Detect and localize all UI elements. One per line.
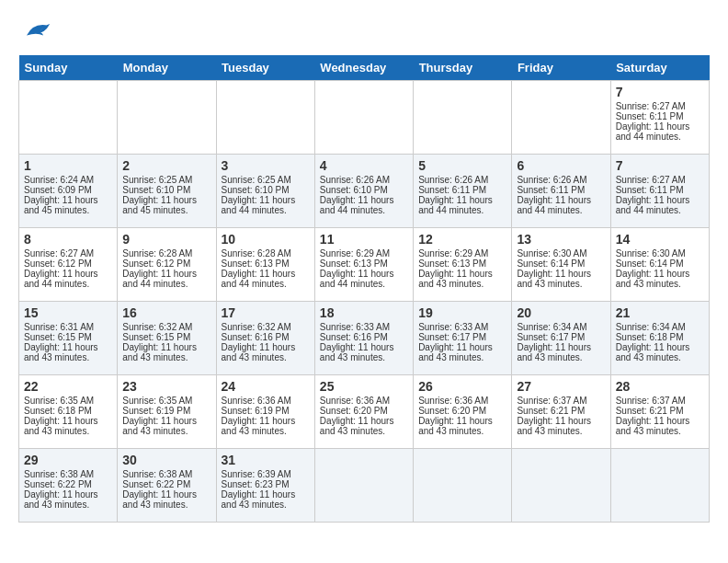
- day-info: Sunset: 6:19 PM: [122, 406, 210, 416]
- calendar-cell: 21Sunrise: 6:34 AMSunset: 6:18 PMDayligh…: [610, 302, 709, 375]
- day-info: Sunset: 6:10 PM: [320, 185, 408, 195]
- day-info: Daylight: 11 hours: [122, 342, 210, 352]
- day-info: and 43 minutes.: [24, 426, 112, 436]
- calendar-cell: 14Sunrise: 6:30 AMSunset: 6:14 PMDayligh…: [610, 228, 709, 302]
- calendar-cell: 22Sunrise: 6:35 AMSunset: 6:18 PMDayligh…: [19, 375, 118, 449]
- day-info: Sunrise: 6:25 AM: [122, 175, 210, 185]
- day-info: and 44 minutes.: [320, 205, 408, 215]
- day-info: and 43 minutes.: [222, 500, 310, 510]
- day-info: Daylight: 11 hours: [320, 269, 408, 279]
- calendar-cell: [314, 449, 413, 523]
- calendar-cell: 25Sunrise: 6:36 AMSunset: 6:20 PMDayligh…: [314, 375, 413, 449]
- calendar-cell: 29Sunrise: 6:38 AMSunset: 6:22 PMDayligh…: [19, 449, 118, 523]
- day-number: 4: [320, 158, 408, 173]
- day-info: and 45 minutes.: [122, 205, 210, 215]
- day-info: Daylight: 11 hours: [24, 195, 112, 205]
- day-info: Daylight: 11 hours: [517, 342, 605, 352]
- calendar-cell: 9Sunrise: 6:28 AMSunset: 6:12 PMDaylight…: [118, 228, 216, 302]
- day-info: Sunrise: 6:29 AM: [418, 248, 506, 259]
- calendar-cell: 2Sunrise: 6:25 AMSunset: 6:10 PMDaylight…: [118, 155, 216, 228]
- calendar-cell: 6Sunrise: 6:26 AMSunset: 6:11 PMDaylight…: [512, 155, 610, 228]
- day-info: Sunset: 6:17 PM: [517, 332, 605, 342]
- day-info: and 43 minutes.: [122, 352, 210, 362]
- day-info: Sunrise: 6:34 AM: [616, 322, 704, 332]
- day-info: and 43 minutes.: [222, 352, 310, 362]
- day-number: 23: [122, 379, 210, 394]
- day-info: Sunset: 6:15 PM: [24, 332, 112, 342]
- header-friday: Friday: [512, 55, 610, 81]
- day-info: and 43 minutes.: [122, 500, 210, 510]
- day-number: 7: [616, 85, 704, 99]
- calendar-cell: 8Sunrise: 6:27 AMSunset: 6:12 PMDaylight…: [19, 228, 118, 302]
- day-info: Daylight: 11 hours: [320, 416, 408, 426]
- day-info: and 43 minutes.: [517, 279, 605, 289]
- header-saturday: Saturday: [610, 55, 709, 81]
- day-info: and 43 minutes.: [122, 426, 210, 436]
- day-info: Sunrise: 6:37 AM: [517, 396, 605, 406]
- day-number: 11: [320, 232, 408, 247]
- day-info: Sunset: 6:14 PM: [616, 259, 704, 269]
- day-number: 18: [320, 305, 408, 320]
- day-number: 22: [24, 379, 112, 394]
- day-info: Sunrise: 6:28 AM: [222, 248, 310, 259]
- day-info: Sunset: 6:17 PM: [418, 332, 506, 342]
- day-info: and 44 minutes.: [517, 205, 605, 215]
- day-info: Sunset: 6:09 PM: [24, 185, 112, 195]
- day-number: 16: [122, 305, 210, 320]
- day-number: 6: [517, 158, 605, 173]
- day-info: Sunrise: 6:35 AM: [24, 396, 112, 406]
- day-info: Sunset: 6:13 PM: [418, 259, 506, 269]
- day-info: Daylight: 11 hours: [122, 489, 210, 500]
- day-info: Sunset: 6:22 PM: [24, 479, 112, 489]
- day-number: 24: [222, 379, 310, 394]
- calendar-cell: 31Sunrise: 6:39 AMSunset: 6:23 PMDayligh…: [216, 449, 314, 523]
- calendar-cell: 7Sunrise: 6:27 AMSunset: 6:11 PMDaylight…: [610, 155, 709, 228]
- day-number: 27: [517, 379, 605, 394]
- calendar-cell: [414, 81, 512, 155]
- header-thursday: Thursday: [414, 55, 512, 81]
- day-info: and 43 minutes.: [320, 426, 408, 436]
- calendar-cell: [610, 449, 709, 523]
- calendar-cell: [314, 81, 413, 155]
- day-info: Daylight: 11 hours: [24, 489, 112, 500]
- day-info: Sunrise: 6:36 AM: [222, 396, 310, 406]
- calendar-cell: [118, 81, 216, 155]
- day-info: Daylight: 11 hours: [418, 195, 506, 205]
- day-info: Daylight: 11 hours: [222, 342, 310, 352]
- calendar-table: SundayMondayTuesdayWednesdayThursdayFrid…: [18, 55, 710, 523]
- day-number: 29: [24, 453, 112, 467]
- day-info: and 44 minutes.: [320, 279, 408, 289]
- day-info: Sunset: 6:23 PM: [222, 479, 310, 489]
- day-info: Sunrise: 6:37 AM: [616, 396, 704, 406]
- calendar-cell: 5Sunrise: 6:26 AMSunset: 6:11 PMDaylight…: [414, 155, 512, 228]
- day-number: 3: [222, 158, 310, 173]
- page-header: [18, 18, 710, 46]
- day-info: Sunrise: 6:25 AM: [222, 175, 310, 185]
- day-info: Sunrise: 6:36 AM: [320, 396, 408, 406]
- day-info: Daylight: 11 hours: [320, 195, 408, 205]
- day-info: and 44 minutes.: [222, 205, 310, 215]
- day-info: Sunset: 6:10 PM: [222, 185, 310, 195]
- day-info: Daylight: 11 hours: [616, 269, 704, 279]
- day-info: and 43 minutes.: [616, 352, 704, 362]
- calendar-cell: 28Sunrise: 6:37 AMSunset: 6:21 PMDayligh…: [610, 375, 709, 449]
- calendar-week-3: 8Sunrise: 6:27 AMSunset: 6:12 PMDaylight…: [19, 228, 710, 302]
- calendar-cell: 19Sunrise: 6:33 AMSunset: 6:17 PMDayligh…: [414, 302, 512, 375]
- day-info: Sunset: 6:18 PM: [24, 406, 112, 416]
- day-info: Daylight: 11 hours: [517, 195, 605, 205]
- day-info: and 43 minutes.: [517, 426, 605, 436]
- day-info: and 44 minutes.: [616, 205, 704, 215]
- calendar-cell: 16Sunrise: 6:32 AMSunset: 6:15 PMDayligh…: [118, 302, 216, 375]
- day-info: Sunrise: 6:34 AM: [517, 322, 605, 332]
- calendar-cell: 12Sunrise: 6:29 AMSunset: 6:13 PMDayligh…: [414, 228, 512, 302]
- calendar-week-1: 7Sunrise: 6:27 AMSunset: 6:11 PMDaylight…: [19, 81, 710, 155]
- calendar-cell: 30Sunrise: 6:38 AMSunset: 6:22 PMDayligh…: [118, 449, 216, 523]
- calendar-cell: 24Sunrise: 6:36 AMSunset: 6:19 PMDayligh…: [216, 375, 314, 449]
- day-info: and 43 minutes.: [616, 426, 704, 436]
- calendar-cell: 10Sunrise: 6:28 AMSunset: 6:13 PMDayligh…: [216, 228, 314, 302]
- day-info: Sunset: 6:19 PM: [222, 406, 310, 416]
- day-info: Sunset: 6:16 PM: [222, 332, 310, 342]
- day-number: 15: [24, 305, 112, 320]
- day-info: Sunset: 6:18 PM: [616, 332, 704, 342]
- calendar-cell: 18Sunrise: 6:33 AMSunset: 6:16 PMDayligh…: [314, 302, 413, 375]
